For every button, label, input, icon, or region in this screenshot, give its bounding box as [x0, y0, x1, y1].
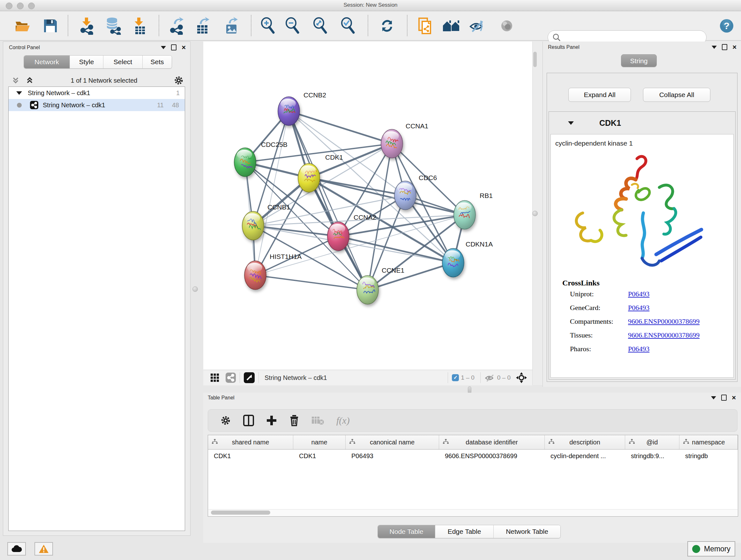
add-column-icon[interactable]	[266, 415, 277, 426]
network-edge[interactable]	[367, 263, 453, 290]
vertical-splitter-handle[interactable]	[192, 287, 198, 292]
export-image-button[interactable]	[223, 17, 241, 35]
expand-all-button[interactable]: Expand All	[568, 88, 631, 102]
collapse-icon[interactable]	[568, 121, 574, 125]
table-cell[interactable]: CDK1	[293, 449, 346, 462]
panel-close-icon[interactable]: ×	[732, 45, 737, 50]
network-node-CCNB2[interactable]	[278, 97, 300, 125]
import-network-file-button[interactable]	[78, 17, 96, 35]
tab-sets[interactable]: Sets	[143, 56, 172, 68]
panel-close-icon[interactable]: ×	[182, 45, 186, 50]
table-cell[interactable]: stringdb:9...	[625, 449, 679, 462]
show-columns-icon[interactable]	[243, 415, 254, 426]
scrollbar-thumb[interactable]	[211, 510, 270, 515]
column-header-canonical-name[interactable]: canonical name	[346, 435, 439, 449]
panel-menu-icon[interactable]	[161, 46, 166, 49]
panel-float-icon[interactable]	[722, 44, 727, 50]
column-header--id[interactable]: @id	[625, 435, 679, 449]
table-cell[interactable]: 9606.ENSP00000378699	[439, 449, 545, 462]
table-cell[interactable]: cyclin-dependent ...	[545, 449, 625, 462]
network-node-CCNE1[interactable]	[357, 275, 379, 304]
network-node-CDC6[interactable]	[394, 181, 416, 210]
network-canvas[interactable]: CCNB2CCNA1CDC25BCDK1CDC6RB1CCNB1CCNA2CDK…	[203, 42, 532, 370]
network-node-RB1[interactable]	[454, 200, 475, 229]
table-row[interactable]: CDK1CDK1P064939606.ENSP00000378699cyclin…	[208, 449, 738, 462]
memory-button[interactable]: Memory	[687, 541, 735, 557]
tab-string[interactable]: String	[621, 54, 657, 67]
network-view-share-icon[interactable]	[226, 373, 236, 383]
refresh-view-button[interactable]	[378, 17, 396, 35]
gear-icon[interactable]	[174, 75, 184, 85]
fit-content-button[interactable]	[312, 17, 329, 35]
crosslink-link[interactable]: P06493	[628, 290, 650, 298]
crosslink-link[interactable]: P06493	[628, 304, 650, 312]
tab-edge-table[interactable]: Edge Table	[435, 525, 494, 538]
tab-style[interactable]: Style	[70, 56, 104, 68]
grid-view-icon[interactable]	[210, 373, 219, 382]
export-table-button[interactable]	[194, 17, 212, 35]
crosslink-link[interactable]: P06493	[628, 345, 650, 353]
panel-menu-icon[interactable]	[711, 396, 716, 399]
import-table-file-button[interactable]	[130, 17, 148, 35]
hide-selected-button[interactable]	[468, 17, 486, 35]
crosslink-link[interactable]: 9606.ENSP00000378699	[628, 331, 699, 339]
column-header-shared-name[interactable]: shared name	[208, 435, 293, 449]
tab-network-table[interactable]: Network Table	[494, 525, 560, 538]
node-details-header[interactable]: CDK1	[549, 112, 735, 134]
network-node-CCNA1[interactable]	[381, 129, 403, 158]
tab-select[interactable]: Select	[104, 56, 143, 68]
network-row-selected[interactable]: String Network – cdk1 11 48	[9, 99, 185, 111]
crosslink-link[interactable]: 9606.ENSP00000378699	[628, 317, 699, 326]
tab-network[interactable]: Network	[24, 56, 70, 68]
zoom-selected-button[interactable]	[339, 17, 357, 35]
annotations-button[interactable]	[416, 17, 434, 35]
network-edge[interactable]	[255, 275, 367, 290]
cloud-status-button[interactable]	[7, 542, 26, 556]
collapse-all-button[interactable]: Collapse All	[643, 88, 711, 102]
save-session-button[interactable]	[42, 17, 59, 35]
network-node-CDKN1A[interactable]	[442, 248, 464, 277]
table-cell[interactable]: P06493	[346, 449, 439, 462]
panel-float-icon[interactable]	[171, 44, 177, 51]
network-edge[interactable]	[338, 236, 453, 263]
network-collection-row[interactable]: String Network – cdk1 1	[9, 87, 185, 99]
collapse-icon[interactable]	[16, 91, 22, 95]
tab-node-table[interactable]: Node Table	[378, 525, 435, 538]
table-horizontal-scrollbar[interactable]	[208, 509, 738, 516]
network-node-CCNA2[interactable]	[327, 222, 349, 251]
network-node-CDC25B[interactable]	[234, 148, 256, 177]
warning-status-button[interactable]	[35, 542, 53, 556]
open-session-button[interactable]	[14, 17, 31, 35]
help-button[interactable]: ?	[718, 17, 736, 35]
table-cell[interactable]: CDK1	[208, 449, 293, 462]
column-header-name[interactable]: name	[293, 435, 346, 449]
panel-float-icon[interactable]	[721, 395, 727, 401]
search-input[interactable]	[561, 34, 696, 41]
network-edge[interactable]	[289, 111, 367, 290]
move-tool-icon[interactable]	[516, 372, 527, 383]
delete-column-icon[interactable]	[289, 415, 299, 426]
network-node-HIST1H1A[interactable]	[245, 261, 266, 290]
network-node-CCNB1[interactable]	[242, 211, 264, 240]
column-header-database-identifier[interactable]: database identifier	[439, 435, 545, 449]
network-overview-button[interactable]	[442, 17, 460, 35]
panel-menu-icon[interactable]	[712, 46, 717, 49]
vertical-scrollbar-thumb[interactable]	[533, 52, 537, 67]
column-header-description[interactable]: description	[545, 435, 625, 449]
collapse-all-icon[interactable]	[11, 76, 20, 85]
network-edge[interactable]	[253, 226, 338, 236]
network-node-CDK1[interactable]	[298, 164, 320, 192]
results-splitter-handle[interactable]	[532, 211, 538, 216]
column-header-namespace[interactable]: namespace	[679, 435, 738, 449]
selection-checkbox[interactable]: ✓	[452, 374, 459, 381]
table-cell[interactable]: stringdb	[679, 449, 738, 462]
zoom-out-button[interactable]	[284, 17, 301, 35]
birdseye-icon[interactable]	[244, 372, 255, 383]
export-network-button[interactable]	[167, 17, 185, 35]
network-edge[interactable]	[289, 111, 392, 144]
table-settings-gear-icon[interactable]	[220, 415, 231, 426]
panel-close-icon[interactable]: ×	[732, 395, 736, 400]
zoom-in-button[interactable]	[259, 17, 277, 35]
import-network-database-button[interactable]	[104, 17, 122, 35]
expand-all-icon[interactable]	[25, 76, 35, 85]
